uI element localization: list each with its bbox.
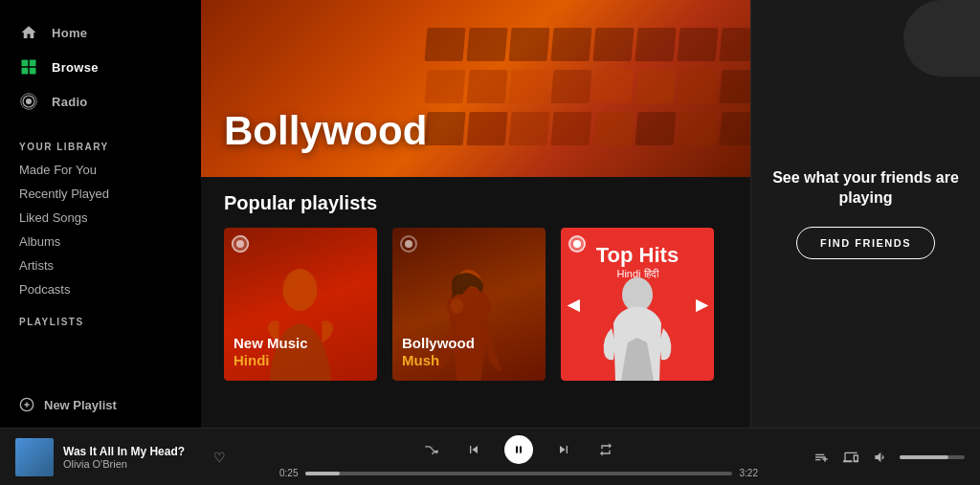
sidebar-browse-label: Browse [52,60,99,75]
svg-rect-1 [30,60,36,67]
card2-label: Bollywood Mush [402,335,536,369]
shuffle-button[interactable] [420,438,443,461]
sidebar: Home Browse Radio YOUR LIBRARY Made For … [0,0,201,428]
player-controls: 0:25 3:22 [226,435,812,478]
section-title: Popular playlists [224,192,727,214]
card1-line1: New Music [234,335,368,352]
sidebar-item-artists[interactable]: Artists [0,254,201,277]
sidebar-item-albums[interactable]: Albums [0,230,201,254]
progress-bar: 0:25 3:22 [279,468,758,478]
queue-icon[interactable] [812,446,832,469]
devices-icon[interactable] [841,446,861,469]
pause-button[interactable] [504,435,533,464]
card3-line2: Hindi हिंदी [561,268,714,280]
friends-title: See what your friends are playing [770,168,961,209]
new-playlist-label: New Playlist [44,398,117,412]
player-track: Was It All In My Head? Olivia O'Brien ♡ [15,438,226,476]
find-friends-button[interactable]: FIND FRIENDS [796,227,935,259]
filmstrip-decoration [421,0,750,177]
volume-fill [900,455,948,459]
card3-prev-arrow[interactable]: ◀ [563,294,584,315]
svg-rect-3 [30,68,36,75]
card1-line2: Hindi [234,352,368,369]
track-thumbnail [15,438,54,476]
progress-track[interactable] [305,472,731,475]
playlist-cards: New Music Hindi [224,228,727,381]
card1-label: New Music Hindi [234,335,368,369]
home-icon [19,23,38,42]
hero-title: Bollywood [224,108,427,154]
previous-button[interactable] [462,438,485,461]
svg-point-10 [451,298,464,314]
browse-icon [19,57,38,77]
svg-rect-0 [22,60,29,67]
sidebar-item-recently-played[interactable]: Recently Played [0,182,201,206]
card1-spotify-icon [232,235,249,253]
player-bar: Was It All In My Head? Olivia O'Brien ♡ … [0,428,980,485]
card3-line1: Top Hits [561,243,714,268]
sidebar-home-label: Home [52,26,87,40]
track-info: Was It All In My Head? Olivia O'Brien [63,445,204,470]
card-new-music-hindi[interactable]: New Music Hindi [224,228,377,381]
svg-rect-2 [22,68,29,75]
card3-top-hits-title: Top Hits Hindi हिंदी [561,243,714,280]
player-right-controls [812,446,965,469]
svg-point-8 [283,269,318,311]
right-panel: See what your friends are playing FIND F… [750,0,980,428]
sidebar-item-browse[interactable]: Browse [0,50,201,84]
volume-slider[interactable] [900,455,965,459]
repeat-button[interactable] [594,438,617,461]
card-top-hits[interactable]: Top Hits Hindi हिंदी ◀ ▶ [561,228,714,381]
sidebar-item-podcasts[interactable]: Podcasts [0,277,201,301]
hero-banner: Bollywood [201,0,750,177]
card2-line1: Bollywood [402,335,536,352]
svg-point-4 [26,99,32,104]
card3-next-arrow[interactable]: ▶ [691,294,712,315]
sidebar-radio-label: Radio [52,95,88,109]
volume-icon[interactable] [870,446,890,469]
sidebar-nav: Home Browse Radio [0,0,201,126]
card2-spotify-icon [400,235,417,253]
progress-fill [305,472,340,475]
playlists-section-label: PLAYLISTS [0,301,201,333]
playlists-section: Popular playlists New Music [201,177,750,428]
sidebar-item-made-for-you[interactable]: Made For You [0,158,201,182]
sidebar-item-home[interactable]: Home [0,15,201,50]
sidebar-item-radio[interactable]: Radio [0,84,201,119]
content-area: Bollywood Popular playlists [201,0,750,428]
total-time: 3:22 [740,468,758,478]
card2-line2: Mush [402,352,536,369]
library-section-label: YOUR LIBRARY [0,126,201,158]
control-buttons [420,435,617,464]
heart-icon[interactable]: ♡ [213,450,226,465]
new-playlist-button[interactable]: New Playlist [0,389,201,420]
card3-figure [594,276,680,381]
current-time: 0:25 [279,468,298,478]
right-panel-decoration [903,0,980,77]
sidebar-item-liked-songs[interactable]: Liked Songs [0,206,201,230]
track-name: Was It All In My Head? [63,445,204,458]
card-bollywood-mush[interactable]: Bollywood Mush [392,228,546,381]
radio-icon [19,92,38,111]
track-artist: Olivia O'Brien [63,458,204,470]
next-button[interactable] [552,438,575,461]
